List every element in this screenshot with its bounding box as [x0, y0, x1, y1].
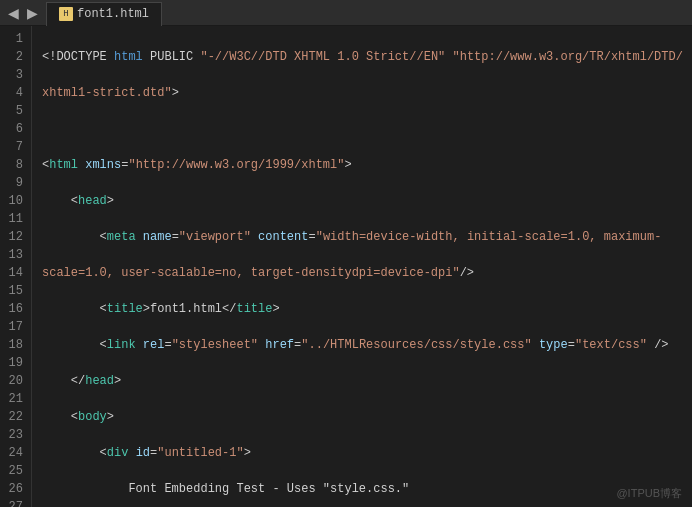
line-numbers: 12345 678910 1112131415 1617181920 21222… [0, 26, 32, 507]
watermark: @ITPUB博客 [616, 486, 682, 501]
tab-next-button[interactable]: ▶ [23, 0, 42, 26]
code-content[interactable]: <!DOCTYPE html PUBLIC "-//W3C//DTD XHTML… [32, 26, 692, 507]
file-icon: H [59, 7, 73, 21]
tab-bar: ◀ ▶ H font1.html [0, 0, 692, 26]
editor-tab[interactable]: H font1.html [46, 2, 162, 26]
tab-prev-button[interactable]: ◀ [4, 0, 23, 26]
tab-label: font1.html [77, 7, 149, 21]
editor-area: 12345 678910 1112131415 1617181920 21222… [0, 26, 692, 507]
